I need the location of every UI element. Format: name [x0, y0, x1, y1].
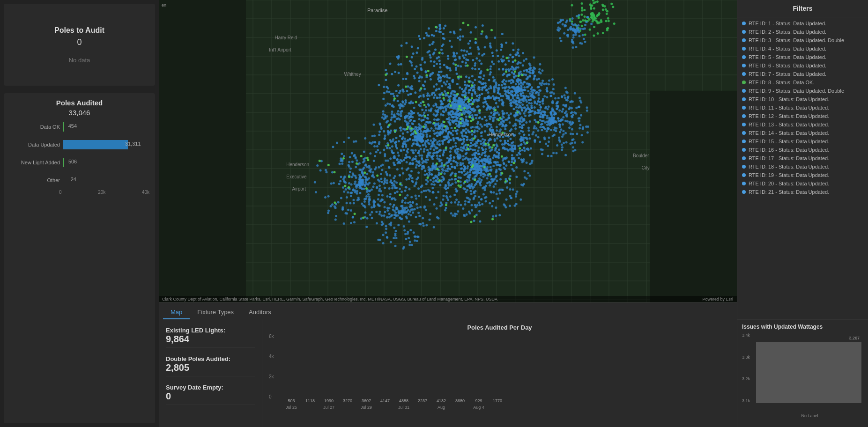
tab-fixture-types[interactable]: Fixture Types [190, 306, 241, 319]
filter-dot [742, 140, 746, 143]
filter-item[interactable]: RTE ID: 20 - Status: Data Updated. [737, 179, 868, 188]
tab-auditors[interactable]: Auditors [241, 306, 279, 319]
stat-survey-date: Survey Date Empty: 0 [166, 381, 255, 405]
bar-label: Other [13, 177, 60, 183]
stats-panel: Existing LED Lights: 9,864 Double Poles … [159, 319, 262, 427]
issues-bar-label: 3,267 [849, 336, 860, 340]
stat-double-poles-label: Double Poles Audited: [166, 355, 255, 362]
filter-item[interactable]: RTE ID: 14 - Status: Data Updated. [737, 129, 868, 137]
bc-x-label [414, 405, 431, 410]
filter-dot [742, 22, 746, 25]
filter-item[interactable]: RTE ID: 15 - Status: Data Updated. [737, 137, 868, 146]
main-layout: Poles to Audit 0 No data Poles Audited 3… [0, 0, 868, 427]
map-canvas [159, 0, 737, 302]
bc-bar-val: 4888 [399, 398, 408, 403]
filter-text: RTE ID: 18 - Status: Data Updated. [749, 164, 829, 169]
bc-bar-val: 4147 [380, 398, 390, 403]
map-credit: Clark County Dept of Aviation, Californi… [159, 296, 737, 302]
filter-dot [742, 30, 746, 34]
filter-item[interactable]: RTE ID: 13 - Status: Data Updated. [737, 120, 868, 129]
filter-dot [742, 97, 746, 101]
bc-bar-val: 1990 [324, 398, 334, 403]
bar-value: 454 [68, 123, 77, 129]
bar-container: 31,311 [63, 140, 146, 149]
bar-value: 506 [68, 159, 77, 164]
bar-fill: 31,311 [63, 140, 128, 149]
bc-x-label: Jul 25 [283, 405, 300, 410]
bc-x-label [377, 405, 393, 410]
poles-to-audit-value: 0 [11, 37, 148, 47]
filter-list: RTE ID: 1 - Status: Data Updated. RTE ID… [737, 17, 868, 319]
filter-text: RTE ID: 11 - Status: Data Updated. [749, 105, 829, 110]
bc-x-label: Jul 27 [320, 405, 337, 410]
filter-text: RTE ID: 5 - Status: Data Updated. [749, 54, 826, 60]
bc-chart-area: 6k 4k 2k 0 503 1118 1990 3270 3607 4147 … [269, 334, 730, 410]
bc-bar-col: 1990 [320, 398, 337, 404]
left-panel: Poles to Audit 0 No data Poles Audited 3… [0, 0, 159, 427]
filter-item[interactable]: RTE ID: 6 - Status: Data Updated. [737, 61, 868, 70]
issues-x-label: No Label [742, 413, 863, 418]
filter-text: RTE ID: 13 - Status: Data Updated. [749, 122, 829, 127]
filter-item[interactable]: RTE ID: 18 - Status: Data Updated. [737, 162, 868, 171]
filter-dot [742, 131, 746, 135]
bottom-row: Existing LED Lights: 9,864 Double Poles … [159, 319, 737, 427]
filter-text: RTE ID: 1 - Status: Data Updated. [749, 21, 826, 26]
filter-dot [742, 165, 746, 169]
filter-item[interactable]: RTE ID: 7 - Status: Data Updated. [737, 70, 868, 78]
bc-x-label [302, 405, 319, 410]
bar-container: 506 [63, 158, 146, 167]
tabs-bar: Map Fixture Types Auditors [159, 302, 737, 319]
issues-y-labels: 3.4k 3.3k 3.2k 3.1k [742, 333, 750, 403]
bc-x-label: Jul 31 [395, 405, 412, 410]
filter-item[interactable]: RTE ID: 2 - Status: Data Updated. [737, 28, 868, 36]
filter-text: RTE ID: 2 - Status: Data Updated. [749, 29, 826, 35]
bc-x-label: Jul 29 [358, 405, 375, 410]
bc-bar-val: 3680 [455, 398, 465, 403]
filter-text: RTE ID: 8 - Status: Data OK. [749, 80, 814, 85]
filter-item[interactable]: RTE ID: 19 - Status: Data Updated. [737, 171, 868, 179]
bar-value: 24 [71, 177, 76, 182]
filter-item[interactable]: RTE ID: 4 - Status: Data Updated. [737, 44, 868, 53]
filter-item[interactable]: RTE ID: 21 - Status: Data Updated. [737, 188, 868, 196]
filter-item[interactable]: RTE ID: 3 - Status: Data Updated. Double [737, 36, 868, 44]
filter-item[interactable]: RTE ID: 11 - Status: Data Updated. [737, 103, 868, 112]
filter-dot [742, 156, 746, 160]
bc-bar-val: 4132 [437, 398, 446, 403]
bc-bar-val: 1770 [493, 398, 502, 403]
filter-item[interactable]: RTE ID: 12 - Status: Data Updated. [737, 112, 868, 120]
filter-item[interactable]: RTE ID: 16 - Status: Data Updated. [737, 146, 868, 154]
filter-dot [742, 114, 746, 118]
left-bar-row: Data OK 454 [13, 122, 146, 132]
filter-item[interactable]: RTE ID: 9 - Status: Data Updated. Double [737, 87, 868, 95]
filter-dot [742, 173, 746, 177]
filter-dot [742, 190, 746, 194]
filter-dot [742, 81, 746, 84]
filter-item[interactable]: RTE ID: 5 - Status: Data Updated. [737, 53, 868, 61]
bc-x-labels: Jul 25Jul 27Jul 29Jul 31AugAug 4 [269, 405, 730, 410]
filter-text: RTE ID: 20 - Status: Data Updated. [749, 181, 829, 186]
poles-to-audit-card: Poles to Audit 0 No data [4, 4, 155, 86]
filter-item[interactable]: RTE ID: 17 - Status: Data Updated. [737, 154, 868, 162]
filter-text: RTE ID: 21 - Status: Data Updated. [749, 189, 829, 195]
bc-bar-col: 503 [283, 398, 300, 404]
stat-existing-led-value: 9,864 [166, 334, 255, 345]
bar-fill: 454 [63, 122, 64, 132]
bc-bar-col: 4147 [377, 398, 393, 404]
left-bar-row: New Light Added 506 [13, 158, 146, 167]
filter-dot [742, 47, 746, 51]
bar-container: 24 [63, 176, 146, 185]
filter-item[interactable]: RTE ID: 1 - Status: Data Updated. [737, 19, 868, 28]
bc-y-labels: 6k 4k 2k 0 [269, 334, 274, 399]
issues-bar: 3,267 [756, 342, 861, 404]
stat-survey-date-value: 0 [166, 391, 255, 402]
bc-x-label: Aug 4 [470, 405, 487, 410]
bar-container: 454 [63, 122, 146, 132]
bc-bar-col: 3680 [452, 398, 468, 404]
tab-map[interactable]: Map [163, 306, 190, 319]
bc-bar-val: 503 [288, 398, 295, 403]
filter-text: RTE ID: 19 - Status: Data Updated. [749, 172, 829, 178]
map-container[interactable]: Paradise Harry Reid Int'l Airport Hender… [159, 0, 737, 302]
filter-item[interactable]: RTE ID: 10 - Status: Data Updated. [737, 95, 868, 103]
stat-double-poles-value: 2,805 [166, 362, 255, 373]
filter-item[interactable]: RTE ID: 8 - Status: Data OK. [737, 78, 868, 87]
